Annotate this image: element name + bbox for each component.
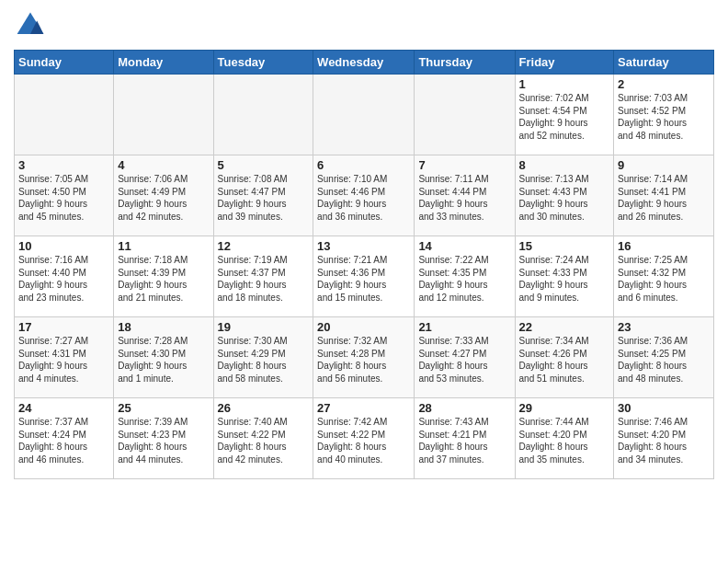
calendar-week-1: 3Sunrise: 7:05 AM Sunset: 4:50 PM Daylig… <box>15 155 714 236</box>
day-number: 2 <box>618 77 710 91</box>
day-info: Sunrise: 7:18 AM Sunset: 4:39 PM Dayligh… <box>118 254 209 304</box>
header <box>14 9 714 42</box>
day-info: Sunrise: 7:02 AM Sunset: 4:54 PM Dayligh… <box>519 92 610 142</box>
day-info: Sunrise: 7:28 AM Sunset: 4:30 PM Dayligh… <box>118 335 209 385</box>
day-info: Sunrise: 7:37 AM Sunset: 4:24 PM Dayligh… <box>18 416 109 465</box>
day-number: 27 <box>317 401 410 415</box>
day-number: 12 <box>218 239 310 253</box>
day-number: 29 <box>519 401 610 415</box>
logo-icon <box>14 9 47 42</box>
calendar-cell <box>213 75 313 155</box>
calendar-cell: 17Sunrise: 7:27 AM Sunset: 4:31 PM Dayli… <box>15 317 114 398</box>
calendar-cell: 21Sunrise: 7:33 AM Sunset: 4:27 PM Dayli… <box>415 317 515 398</box>
calendar-cell: 20Sunrise: 7:32 AM Sunset: 4:28 PM Dayli… <box>313 317 415 398</box>
day-info: Sunrise: 7:25 AM Sunset: 4:32 PM Dayligh… <box>618 254 710 304</box>
calendar-cell: 7Sunrise: 7:11 AM Sunset: 4:44 PM Daylig… <box>415 155 515 236</box>
calendar-cell: 26Sunrise: 7:40 AM Sunset: 4:22 PM Dayli… <box>213 398 313 479</box>
calendar-header-wednesday: Wednesday <box>313 51 415 75</box>
day-number: 4 <box>118 158 209 172</box>
day-number: 5 <box>218 158 310 172</box>
day-info: Sunrise: 7:33 AM Sunset: 4:27 PM Dayligh… <box>418 335 510 385</box>
day-info: Sunrise: 7:42 AM Sunset: 4:22 PM Dayligh… <box>317 416 410 465</box>
calendar-cell: 29Sunrise: 7:44 AM Sunset: 4:20 PM Dayli… <box>515 398 614 479</box>
day-info: Sunrise: 7:03 AM Sunset: 4:52 PM Dayligh… <box>618 92 710 142</box>
calendar-cell <box>15 75 114 155</box>
calendar-week-4: 24Sunrise: 7:37 AM Sunset: 4:24 PM Dayli… <box>15 398 714 479</box>
calendar-cell: 30Sunrise: 7:46 AM Sunset: 4:20 PM Dayli… <box>614 398 714 479</box>
calendar-header-thursday: Thursday <box>415 51 515 75</box>
calendar-cell: 9Sunrise: 7:14 AM Sunset: 4:41 PM Daylig… <box>614 155 714 236</box>
day-number: 7 <box>418 158 510 172</box>
logo <box>14 9 49 42</box>
calendar-cell: 15Sunrise: 7:24 AM Sunset: 4:33 PM Dayli… <box>515 236 614 317</box>
day-number: 9 <box>618 158 710 172</box>
day-number: 14 <box>418 239 510 253</box>
day-info: Sunrise: 7:36 AM Sunset: 4:25 PM Dayligh… <box>618 335 710 385</box>
calendar: SundayMondayTuesdayWednesdayThursdayFrid… <box>14 50 714 479</box>
day-info: Sunrise: 7:10 AM Sunset: 4:46 PM Dayligh… <box>317 173 410 223</box>
day-number: 24 <box>18 401 109 415</box>
calendar-cell: 1Sunrise: 7:02 AM Sunset: 4:54 PM Daylig… <box>515 75 614 155</box>
day-number: 10 <box>18 239 109 253</box>
calendar-cell: 6Sunrise: 7:10 AM Sunset: 4:46 PM Daylig… <box>313 155 415 236</box>
day-number: 6 <box>317 158 410 172</box>
calendar-header-saturday: Saturday <box>614 51 714 75</box>
calendar-cell: 14Sunrise: 7:22 AM Sunset: 4:35 PM Dayli… <box>415 236 515 317</box>
calendar-cell: 3Sunrise: 7:05 AM Sunset: 4:50 PM Daylig… <box>15 155 114 236</box>
day-info: Sunrise: 7:39 AM Sunset: 4:23 PM Dayligh… <box>118 416 209 465</box>
day-info: Sunrise: 7:06 AM Sunset: 4:49 PM Dayligh… <box>118 173 209 223</box>
day-info: Sunrise: 7:27 AM Sunset: 4:31 PM Dayligh… <box>18 335 109 385</box>
day-number: 13 <box>317 239 410 253</box>
day-number: 28 <box>418 401 510 415</box>
day-info: Sunrise: 7:13 AM Sunset: 4:43 PM Dayligh… <box>519 173 610 223</box>
calendar-header-row: SundayMondayTuesdayWednesdayThursdayFrid… <box>15 51 714 75</box>
day-number: 22 <box>519 320 610 334</box>
day-info: Sunrise: 7:30 AM Sunset: 4:29 PM Dayligh… <box>218 335 310 385</box>
day-info: Sunrise: 7:24 AM Sunset: 4:33 PM Dayligh… <box>519 254 610 304</box>
day-info: Sunrise: 7:11 AM Sunset: 4:44 PM Dayligh… <box>418 173 510 223</box>
calendar-cell: 5Sunrise: 7:08 AM Sunset: 4:47 PM Daylig… <box>213 155 313 236</box>
calendar-cell: 16Sunrise: 7:25 AM Sunset: 4:32 PM Dayli… <box>614 236 714 317</box>
day-number: 25 <box>118 401 209 415</box>
day-info: Sunrise: 7:44 AM Sunset: 4:20 PM Dayligh… <box>519 416 610 465</box>
calendar-cell: 28Sunrise: 7:43 AM Sunset: 4:21 PM Dayli… <box>415 398 515 479</box>
calendar-cell: 8Sunrise: 7:13 AM Sunset: 4:43 PM Daylig… <box>515 155 614 236</box>
calendar-cell: 4Sunrise: 7:06 AM Sunset: 4:49 PM Daylig… <box>114 155 213 236</box>
day-number: 16 <box>618 239 710 253</box>
day-info: Sunrise: 7:14 AM Sunset: 4:41 PM Dayligh… <box>618 173 710 223</box>
day-number: 11 <box>118 239 209 253</box>
calendar-cell: 22Sunrise: 7:34 AM Sunset: 4:26 PM Dayli… <box>515 317 614 398</box>
day-number: 21 <box>418 320 510 334</box>
calendar-cell: 10Sunrise: 7:16 AM Sunset: 4:40 PM Dayli… <box>15 236 114 317</box>
calendar-cell <box>313 75 415 155</box>
day-number: 20 <box>317 320 410 334</box>
page: SundayMondayTuesdayWednesdayThursdayFrid… <box>0 0 728 488</box>
day-number: 3 <box>18 158 109 172</box>
day-info: Sunrise: 7:43 AM Sunset: 4:21 PM Dayligh… <box>418 416 510 465</box>
day-number: 8 <box>519 158 610 172</box>
day-info: Sunrise: 7:22 AM Sunset: 4:35 PM Dayligh… <box>418 254 510 304</box>
calendar-header-friday: Friday <box>515 51 614 75</box>
calendar-week-0: 1Sunrise: 7:02 AM Sunset: 4:54 PM Daylig… <box>15 75 714 155</box>
day-number: 19 <box>218 320 310 334</box>
calendar-header-tuesday: Tuesday <box>213 51 313 75</box>
calendar-cell: 11Sunrise: 7:18 AM Sunset: 4:39 PM Dayli… <box>114 236 213 317</box>
calendar-cell: 25Sunrise: 7:39 AM Sunset: 4:23 PM Dayli… <box>114 398 213 479</box>
day-info: Sunrise: 7:05 AM Sunset: 4:50 PM Dayligh… <box>18 173 109 223</box>
day-info: Sunrise: 7:32 AM Sunset: 4:28 PM Dayligh… <box>317 335 410 385</box>
day-number: 26 <box>218 401 310 415</box>
calendar-cell: 18Sunrise: 7:28 AM Sunset: 4:30 PM Dayli… <box>114 317 213 398</box>
day-info: Sunrise: 7:08 AM Sunset: 4:47 PM Dayligh… <box>218 173 310 223</box>
day-info: Sunrise: 7:16 AM Sunset: 4:40 PM Dayligh… <box>18 254 109 304</box>
calendar-cell: 12Sunrise: 7:19 AM Sunset: 4:37 PM Dayli… <box>213 236 313 317</box>
day-number: 15 <box>519 239 610 253</box>
calendar-cell: 13Sunrise: 7:21 AM Sunset: 4:36 PM Dayli… <box>313 236 415 317</box>
day-number: 18 <box>118 320 209 334</box>
calendar-header-monday: Monday <box>114 51 213 75</box>
day-number: 1 <box>519 77 610 91</box>
calendar-header-sunday: Sunday <box>15 51 114 75</box>
day-info: Sunrise: 7:21 AM Sunset: 4:36 PM Dayligh… <box>317 254 410 304</box>
calendar-cell: 27Sunrise: 7:42 AM Sunset: 4:22 PM Dayli… <box>313 398 415 479</box>
day-number: 17 <box>18 320 109 334</box>
day-info: Sunrise: 7:46 AM Sunset: 4:20 PM Dayligh… <box>618 416 710 465</box>
